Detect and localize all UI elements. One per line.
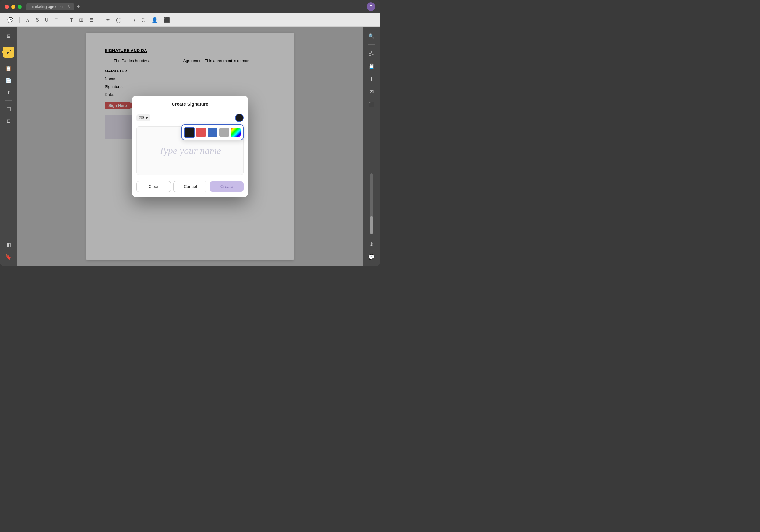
right-search-icon[interactable]: 🔍: [366, 30, 377, 41]
right-email-icon[interactable]: ✉: [366, 86, 377, 97]
left-sidebar: ⊞ 🖌 📋 📄 ⬆ ◫ ⊟ ◧ 🔖: [0, 27, 17, 266]
modal-footer: Clear Cancel Create: [132, 177, 248, 197]
sidebar-bookmark-icon[interactable]: 🔖: [3, 251, 14, 262]
user-avatar: T: [367, 2, 375, 11]
scrollbar-track[interactable]: [370, 173, 373, 234]
text-style-icon[interactable]: T: [69, 17, 74, 23]
document-area[interactable]: SIGNATURE AND DA - The Parties hereby a …: [17, 27, 363, 266]
right-save-icon[interactable]: 💾: [366, 61, 377, 71]
close-button[interactable]: [5, 5, 9, 9]
toolbar-separator-1: [20, 17, 20, 23]
sidebar-bottom: ◧ 🔖: [3, 239, 14, 262]
color-palette: [181, 124, 244, 140]
sidebar-thumbnail-icon[interactable]: ⊞: [3, 30, 14, 41]
tab-bar: marketing-agreement ✎ +: [26, 3, 80, 10]
underline-icon[interactable]: U: [44, 17, 50, 23]
maximize-button[interactable]: [18, 5, 22, 9]
highlight-icon[interactable]: ∧: [25, 17, 31, 23]
sidebar-active-tool-icon[interactable]: 🖌: [3, 47, 14, 58]
text-plain-icon[interactable]: T: [53, 17, 59, 23]
sidebar-layers-icon[interactable]: ◫: [3, 103, 14, 114]
sidebar-sep-2: [6, 60, 12, 60]
tab-add-button[interactable]: +: [77, 4, 80, 10]
svg-rect-2: [369, 54, 371, 56]
scrollbar-thumb[interactable]: [370, 216, 373, 234]
modal-title: Create Signature: [172, 101, 208, 107]
toolbar-separator-3: [100, 17, 100, 23]
color-blue[interactable]: [208, 127, 217, 137]
list-icon[interactable]: ☰: [88, 17, 95, 23]
color-inner: [237, 115, 242, 120]
color-picker-container: [235, 113, 244, 122]
signature-placeholder: Type your name: [159, 145, 221, 156]
svg-rect-1: [372, 51, 374, 53]
color-black[interactable]: [184, 127, 194, 137]
clear-button[interactable]: Clear: [136, 181, 171, 192]
toolbar-separator-2: [64, 17, 64, 23]
toolbar-separator-4: [127, 17, 128, 23]
right-connect-icon[interactable]: ❋: [366, 239, 377, 249]
document-tab[interactable]: marketing-agreement ✎: [26, 3, 74, 10]
right-chat-icon[interactable]: 💬: [366, 251, 377, 262]
strikethrough-icon[interactable]: S: [34, 17, 40, 23]
tab-label: marketing-agreement: [31, 5, 66, 9]
title-bar: marketing-agreement ✎ + T: [0, 0, 380, 13]
minimize-button[interactable]: [11, 5, 15, 9]
app-window: marketing-agreement ✎ + T 💬 ∧ S U T T ⊞ …: [0, 0, 380, 266]
sidebar-export-icon[interactable]: ⬆: [3, 87, 14, 98]
color-rainbow[interactable]: [231, 127, 241, 137]
person-icon[interactable]: 👤: [150, 17, 159, 23]
input-type-selector[interactable]: ⌨ ▾: [136, 114, 150, 121]
svg-text:E: E: [372, 53, 374, 56]
sidebar-forms-icon[interactable]: 📋: [3, 63, 14, 74]
keyboard-icon: ⌨: [139, 116, 145, 120]
text-box-icon[interactable]: ⊞: [78, 17, 84, 23]
right-ocr-icon[interactable]: E: [366, 48, 377, 59]
pen-icon[interactable]: ✒: [105, 17, 111, 23]
sidebar-pages-icon[interactable]: 📄: [3, 75, 14, 86]
oval-icon[interactable]: ⬡: [140, 17, 147, 23]
traffic-lights: [5, 5, 22, 9]
right-sep-1: [368, 44, 374, 45]
modal-overlay: Create Signature ⌨ ▾: [17, 27, 363, 266]
create-signature-modal: Create Signature ⌨ ▾: [132, 96, 248, 197]
modal-toolbar: ⌨ ▾: [132, 111, 248, 124]
right-share-icon[interactable]: ⬆: [366, 73, 377, 84]
right-sidebar: 🔍 E 💾 ⬆ ✉ ⬛ ❋ 💬: [363, 27, 380, 266]
modal-header: Create Signature: [132, 96, 248, 111]
color-button[interactable]: [235, 113, 244, 122]
color-gray[interactable]: [219, 127, 229, 137]
tab-edit-icon: ✎: [67, 5, 70, 9]
comment-icon[interactable]: 💬: [6, 17, 15, 23]
line-icon[interactable]: /: [133, 17, 136, 23]
cancel-button[interactable]: Cancel: [173, 181, 208, 192]
create-button[interactable]: Create: [210, 181, 244, 192]
right-store-icon[interactable]: ⬛: [366, 99, 377, 110]
sidebar-sep-1: [6, 44, 12, 44]
sidebar-layers-bottom-icon[interactable]: ◧: [3, 239, 14, 250]
active-dot: [2, 51, 4, 53]
input-type-arrow: ▾: [146, 116, 148, 120]
toolbar: 💬 ∧ S U T T ⊞ ☰ ✒ ◯ / ⬡ 👤 ⬛: [0, 13, 380, 27]
shape-icon[interactable]: ◯: [115, 17, 123, 23]
sidebar-redact-icon[interactable]: ⊟: [3, 115, 14, 126]
main-content: ⊞ 🖌 📋 📄 ⬆ ◫ ⊟ ◧ 🔖 SIGNATURE AND DA: [0, 27, 380, 266]
stamp-icon[interactable]: ⬛: [163, 17, 171, 23]
svg-rect-0: [369, 51, 371, 53]
color-red[interactable]: [196, 127, 206, 137]
